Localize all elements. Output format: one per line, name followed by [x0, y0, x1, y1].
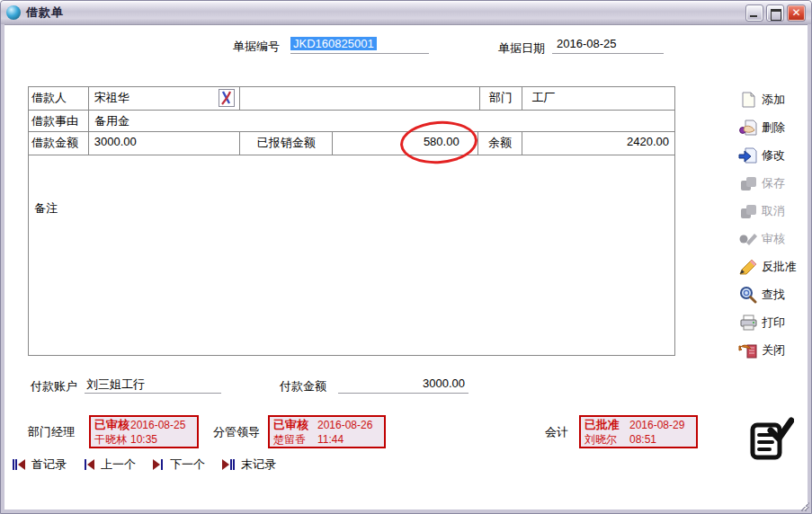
add-button[interactable]: 添加 [738, 87, 797, 111]
print-icon [738, 314, 758, 332]
approver-name: 楚留香 [273, 432, 317, 447]
borrower-value: 宋祖华 [94, 91, 129, 104]
remark-cell[interactable]: 备注 [29, 155, 674, 355]
print-button[interactable]: 打印 [738, 310, 797, 334]
payment-account-field[interactable]: 刘三姐工行 [85, 377, 221, 394]
accountant-approval-box: 已批准2016-08-29 刘晓尔08:51 [579, 415, 698, 448]
find-button[interactable]: 查找 [738, 282, 797, 306]
cancel-button: 取消 [738, 199, 797, 223]
nav-next[interactable]: 下一个 [152, 456, 205, 473]
doc-no-label: 单据编号 [233, 39, 280, 55]
delete-doc-icon [738, 119, 758, 137]
approval-status: 已审核 [94, 418, 130, 432]
record-navigation: 首记录 上一个 下一个 末记录 [12, 456, 276, 473]
approval-date: 2016-08-26 [317, 418, 380, 432]
save-icon [738, 174, 758, 192]
approval-date: 2016-08-25 [130, 418, 193, 432]
dept-label: 部门 [479, 87, 522, 110]
approval-status: 已审核 [273, 418, 317, 432]
payment-amount-label: 付款金额 [280, 378, 326, 394]
exit-button[interactable]: 关闭 [738, 338, 797, 362]
audit-button: 审核 [738, 226, 797, 251]
loan-form-window: 借款单 单据编号 JKD160825001 单据日期 2016-08-25 借款… [0, 0, 812, 514]
reimbursed-label: 已报销金额 [239, 132, 332, 155]
cancel-icon [738, 202, 758, 220]
save-button: 保存 [738, 171, 797, 195]
amount-value[interactable]: 3000.00 [88, 132, 240, 155]
doc-no-value: JKD160825001 [290, 37, 377, 50]
remark-label: 备注 [34, 201, 58, 215]
nav-first-record[interactable]: 首记录 [12, 456, 67, 473]
accountant-role-label: 会计 [545, 424, 568, 440]
modify-button[interactable]: 修改 [738, 143, 797, 167]
dept-value[interactable]: 工厂 [522, 87, 674, 110]
approval-time: 10:35 [130, 432, 193, 447]
unapprove-pencil-icon [738, 258, 758, 276]
approver-name: 刘晓尔 [584, 432, 629, 447]
amount-label: 借款金额 [29, 132, 88, 155]
supervisor-approval-box: 已审核2016-08-26 楚留香11:44 [268, 415, 386, 448]
reason-value[interactable]: 备用金 [88, 111, 674, 131]
doc-date-label: 单据日期 [498, 40, 545, 57]
edit-doc-icon [738, 146, 758, 164]
last-record-icon [221, 458, 236, 471]
nav-last-record[interactable]: 末记录 [221, 456, 276, 473]
borrower-field[interactable]: 宋祖华 [88, 87, 240, 110]
unapprove-button[interactable]: 反批准 [738, 254, 797, 279]
action-toolbar: 添加 删除 修改 保存 [738, 87, 797, 362]
search-icon [738, 286, 758, 304]
balance-value: 2420.00 [522, 132, 674, 155]
close-exit-icon [738, 341, 758, 359]
approved-checklist-stamp-icon [744, 414, 794, 465]
borrower-label: 借款人 [29, 87, 88, 110]
doc-date-field[interactable]: 2016-08-25 [552, 37, 664, 54]
borrower-extra-cell [239, 87, 478, 110]
borrower-lookup-icon[interactable] [219, 89, 235, 107]
loan-detail-table: 借款人 宋祖华 部门 工厂 借款事由 备用金 [28, 86, 675, 356]
supervisor-role-label: 分管领导 [213, 424, 260, 440]
approval-status: 已批准 [584, 418, 629, 432]
doc-no-field[interactable]: JKD160825001 [290, 37, 429, 54]
approval-time: 08:51 [629, 432, 692, 447]
dept-manager-role-label: 部门经理 [28, 424, 75, 440]
nav-previous[interactable]: 上一个 [83, 456, 136, 473]
audit-icon [738, 230, 758, 248]
resize-grip[interactable] [800, 502, 809, 511]
approver-name: 干晓林 [94, 432, 130, 447]
approval-time: 11:44 [317, 432, 380, 447]
dept-manager-approval-box: 已审核2016-08-25 干晓林10:35 [89, 415, 199, 448]
previous-record-icon [83, 458, 95, 471]
payment-account-label: 付款账户 [31, 378, 77, 394]
first-record-icon [12, 458, 26, 471]
approval-date: 2016-08-29 [629, 418, 692, 432]
reason-label: 借款事由 [29, 111, 88, 131]
next-record-icon [152, 458, 165, 471]
balance-label: 余额 [477, 132, 522, 155]
delete-button[interactable]: 删除 [738, 115, 797, 139]
person-picker-x-icon [219, 90, 234, 106]
payment-amount-field[interactable]: 3000.00 [338, 377, 468, 394]
add-doc-icon [738, 91, 758, 109]
